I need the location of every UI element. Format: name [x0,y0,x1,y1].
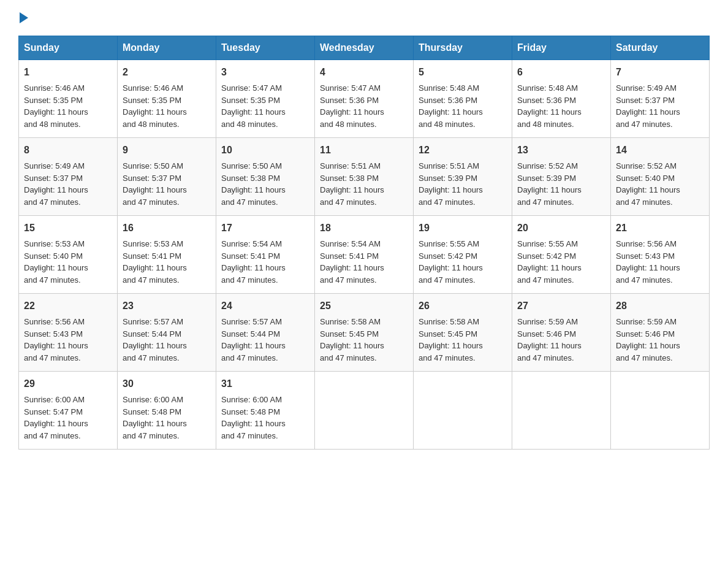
calendar-cell: 15 Sunrise: 5:53 AMSunset: 5:40 PMDaylig… [19,216,118,294]
logo-triangle-icon [20,12,28,23]
day-info: Sunrise: 5:52 AMSunset: 5:39 PMDaylight:… [517,161,582,207]
day-number: 22 [24,299,112,313]
calendar-cell: 1 Sunrise: 5:46 AMSunset: 5:35 PMDayligh… [19,60,118,138]
day-number: 27 [517,299,605,313]
day-number: 10 [221,143,309,158]
day-number: 16 [123,221,211,236]
day-number: 14 [616,143,704,158]
day-header-saturday: Saturday [611,36,710,60]
day-info: Sunrise: 5:58 AMSunset: 5:45 PMDaylight:… [320,317,384,362]
day-number: 15 [24,221,112,236]
calendar-cell: 2 Sunrise: 5:46 AMSunset: 5:35 PMDayligh… [118,60,216,138]
calendar-cell: 17 Sunrise: 5:54 AMSunset: 5:41 PMDaylig… [216,216,315,294]
day-info: Sunrise: 5:48 AMSunset: 5:36 PMDaylight:… [419,83,483,129]
calendar-cell: 3 Sunrise: 5:47 AMSunset: 5:35 PMDayligh… [216,60,315,138]
calendar-cell: 10 Sunrise: 5:50 AMSunset: 5:38 PMDaylig… [216,138,315,216]
day-number: 3 [221,65,309,80]
day-info: Sunrise: 5:50 AMSunset: 5:37 PMDaylight:… [123,161,187,207]
calendar-cell: 18 Sunrise: 5:54 AMSunset: 5:41 PMDaylig… [315,216,414,294]
day-number: 25 [320,299,408,313]
day-info: Sunrise: 5:59 AMSunset: 5:46 PMDaylight:… [517,317,582,362]
day-header-tuesday: Tuesday [216,36,315,60]
day-info: Sunrise: 5:58 AMSunset: 5:45 PMDaylight:… [419,317,483,362]
calendar-table: SundayMondayTuesdayWednesdayThursdayFrid… [18,36,710,450]
calendar-cell: 26 Sunrise: 5:58 AMSunset: 5:45 PMDaylig… [414,294,512,372]
day-number: 13 [517,143,605,158]
day-info: Sunrise: 5:53 AMSunset: 5:41 PMDaylight:… [123,239,187,285]
day-number: 6 [517,65,605,80]
calendar-week-row: 1 Sunrise: 5:46 AMSunset: 5:35 PMDayligh… [19,60,710,138]
calendar-cell: 4 Sunrise: 5:47 AMSunset: 5:36 PMDayligh… [315,60,414,138]
calendar-cell: 9 Sunrise: 5:50 AMSunset: 5:37 PMDayligh… [118,138,216,216]
calendar-week-row: 8 Sunrise: 5:49 AMSunset: 5:37 PMDayligh… [19,138,710,216]
day-info: Sunrise: 5:51 AMSunset: 5:39 PMDaylight:… [419,161,483,207]
day-number: 11 [320,143,408,158]
day-number: 28 [616,299,704,313]
day-number: 20 [517,221,605,236]
day-number: 19 [419,221,507,236]
calendar-cell: 30 Sunrise: 6:00 AMSunset: 5:48 PMDaylig… [118,372,216,450]
day-number: 7 [616,65,704,80]
day-header-sunday: Sunday [19,36,118,60]
calendar-cell: 7 Sunrise: 5:49 AMSunset: 5:37 PMDayligh… [611,60,710,138]
day-header-friday: Friday [512,36,611,60]
calendar-cell: 8 Sunrise: 5:49 AMSunset: 5:37 PMDayligh… [19,138,118,216]
calendar-cell: 27 Sunrise: 5:59 AMSunset: 5:46 PMDaylig… [512,294,611,372]
day-info: Sunrise: 6:00 AMSunset: 5:47 PMDaylight:… [24,395,88,440]
day-info: Sunrise: 5:49 AMSunset: 5:37 PMDaylight:… [24,161,88,207]
day-header-thursday: Thursday [414,36,512,60]
day-info: Sunrise: 5:54 AMSunset: 5:41 PMDaylight:… [320,239,384,285]
day-number: 18 [320,221,408,236]
calendar-cell: 19 Sunrise: 5:55 AMSunset: 5:42 PMDaylig… [414,216,512,294]
calendar-cell: 13 Sunrise: 5:52 AMSunset: 5:39 PMDaylig… [512,138,611,216]
calendar-cell [611,372,710,450]
day-info: Sunrise: 5:55 AMSunset: 5:42 PMDaylight:… [517,239,582,285]
day-number: 31 [221,377,309,391]
calendar-cell [512,372,611,450]
day-number: 17 [221,221,309,236]
day-number: 21 [616,221,704,236]
day-info: Sunrise: 6:00 AMSunset: 5:48 PMDaylight:… [221,395,286,440]
calendar-cell: 28 Sunrise: 5:59 AMSunset: 5:46 PMDaylig… [611,294,710,372]
day-number: 26 [419,299,507,313]
day-info: Sunrise: 5:52 AMSunset: 5:40 PMDaylight:… [616,161,680,207]
day-info: Sunrise: 5:54 AMSunset: 5:41 PMDaylight:… [221,239,286,285]
day-number: 5 [419,65,507,80]
day-info: Sunrise: 5:46 AMSunset: 5:35 PMDaylight:… [123,83,187,129]
day-number: 23 [123,299,211,313]
day-number: 30 [123,377,211,391]
day-number: 9 [123,143,211,158]
calendar-cell: 31 Sunrise: 6:00 AMSunset: 5:48 PMDaylig… [216,372,315,450]
calendar-cell: 20 Sunrise: 5:55 AMSunset: 5:42 PMDaylig… [512,216,611,294]
calendar-cell: 24 Sunrise: 5:57 AMSunset: 5:44 PMDaylig… [216,294,315,372]
calendar-cell: 5 Sunrise: 5:48 AMSunset: 5:36 PMDayligh… [414,60,512,138]
day-info: Sunrise: 5:50 AMSunset: 5:38 PMDaylight:… [221,161,286,207]
calendar-header-row: SundayMondayTuesdayWednesdayThursdayFrid… [19,36,710,60]
day-number: 2 [123,65,211,80]
calendar-cell: 29 Sunrise: 6:00 AMSunset: 5:47 PMDaylig… [19,372,118,450]
day-info: Sunrise: 5:57 AMSunset: 5:44 PMDaylight:… [221,317,286,362]
day-info: Sunrise: 5:56 AMSunset: 5:43 PMDaylight:… [616,239,680,285]
calendar-cell [414,372,512,450]
calendar-cell: 6 Sunrise: 5:48 AMSunset: 5:36 PMDayligh… [512,60,611,138]
calendar-week-row: 29 Sunrise: 6:00 AMSunset: 5:47 PMDaylig… [19,372,710,450]
calendar-cell: 14 Sunrise: 5:52 AMSunset: 5:40 PMDaylig… [611,138,710,216]
day-info: Sunrise: 5:57 AMSunset: 5:44 PMDaylight:… [123,317,187,362]
day-info: Sunrise: 5:47 AMSunset: 5:35 PMDaylight:… [221,83,286,129]
day-info: Sunrise: 5:56 AMSunset: 5:43 PMDaylight:… [24,317,88,362]
calendar-cell: 12 Sunrise: 5:51 AMSunset: 5:39 PMDaylig… [414,138,512,216]
calendar-cell: 11 Sunrise: 5:51 AMSunset: 5:38 PMDaylig… [315,138,414,216]
calendar-cell: 16 Sunrise: 5:53 AMSunset: 5:41 PMDaylig… [118,216,216,294]
calendar-week-row: 15 Sunrise: 5:53 AMSunset: 5:40 PMDaylig… [19,216,710,294]
page-header [18,12,710,23]
calendar-week-row: 22 Sunrise: 5:56 AMSunset: 5:43 PMDaylig… [19,294,710,372]
day-number: 4 [320,65,408,80]
calendar-cell: 23 Sunrise: 5:57 AMSunset: 5:44 PMDaylig… [118,294,216,372]
day-info: Sunrise: 5:46 AMSunset: 5:35 PMDaylight:… [24,83,88,129]
day-header-monday: Monday [118,36,216,60]
day-header-wednesday: Wednesday [315,36,414,60]
calendar-cell: 21 Sunrise: 5:56 AMSunset: 5:43 PMDaylig… [611,216,710,294]
day-number: 24 [221,299,309,313]
day-info: Sunrise: 5:55 AMSunset: 5:42 PMDaylight:… [419,239,483,285]
day-info: Sunrise: 5:48 AMSunset: 5:36 PMDaylight:… [517,83,582,129]
